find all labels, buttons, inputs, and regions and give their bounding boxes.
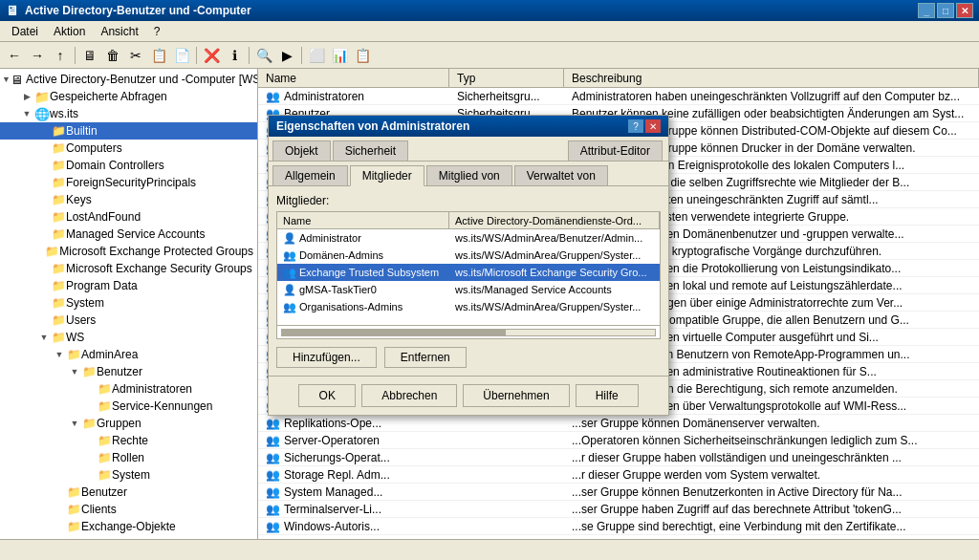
col-name-header[interactable]: Name [258,69,449,87]
tree-root[interactable]: ▼ 🖥 Active Directory-Benutzer und -Compu… [0,71,257,88]
tree-item-ws[interactable]: ▼ 📁 WS [0,329,257,346]
gruppen-ws-icon: 📁 [67,537,81,539]
maximize-btn[interactable]: □ [937,3,954,18]
mesg-icon: 📁 [52,262,66,275]
list-item[interactable]: 👥Administratoren Sicherheitsgru... Admin… [258,88,979,105]
menu-ansicht[interactable]: Ansicht [93,23,145,40]
list-btn[interactable]: 📋 [352,45,373,66]
dialog-controls: ? ✕ [628,119,661,133]
list-item[interactable]: 👥Windows-Autoris... ...se Gruppe sind be… [258,518,979,535]
tree-item-system[interactable]: 📁 System [0,294,257,312]
delete-btn[interactable]: 🗑 [102,45,123,66]
menu-aktion[interactable]: Aktion [46,23,93,40]
close-btn[interactable]: ✕ [956,3,973,18]
tab-allgemein[interactable]: Allgemein [272,165,348,185]
hilfe-btn[interactable]: Hilfe [576,384,639,407]
abbrechen-btn[interactable]: Abbrechen [361,384,457,407]
ubernehmen-btn[interactable]: Übernehmen [463,384,569,407]
member-row[interactable]: 👥Domänen-Admins ws.its/WS/AdminArea/Grup… [277,247,660,264]
cancel-btn[interactable]: ❌ [201,45,222,66]
tree-item-exchange-objekte[interactable]: 📁 Exchange-Objekte [0,518,257,535]
gruppen-admin-label: Gruppen [97,417,141,430]
list-item[interactable]: 👥System Managed... ...ser Gruppe können … [258,484,979,501]
dialog-help-btn[interactable]: ? [628,119,643,133]
list-item[interactable]: 👥Server-Operatoren ...Operatoren können … [258,432,979,449]
tree-item-saved-queries[interactable]: ▶ 📁 Gespeicherte Abfragen [0,88,257,105]
tree-item-adminarea[interactable]: ▼ 📁 AdminArea [0,346,257,363]
list-item[interactable]: 👥Replikations-Ope... ...ser Gruppe könne… [258,415,979,432]
tree-item-mepg[interactable]: 📁 Microsoft Exchange Protected Groups [0,243,257,260]
remove-member-btn[interactable]: Entfernen [384,347,467,368]
col-type-header[interactable]: Typ [449,69,564,87]
list-item[interactable]: 👥Sicherungs-Operat... ...r dieser Gruppe… [258,449,979,466]
member-row[interactable]: 👥Organisations-Admins ws.its/WS/AdminAre… [277,298,660,315]
member-row-selected[interactable]: 👥Exchange Trusted Subsystem ws.its/Micro… [277,264,660,281]
menu-datei[interactable]: Datei [4,23,46,40]
group-icon: 👥 [266,503,280,516]
paste-btn[interactable]: 📄 [171,45,192,66]
tree-item-builtin[interactable]: 📁 Builtin [0,122,257,140]
col-desc-header[interactable]: Beschreibung [564,69,979,87]
run-btn[interactable]: ▶ [276,45,297,66]
cut-btn[interactable]: ✂ [125,45,146,66]
up-btn[interactable]: ↑ [50,45,71,66]
tree-item-computers[interactable]: 📁 Computers [0,140,257,157]
tree-item-pd[interactable]: 📁 Program Data [0,277,257,294]
list-item[interactable]: 👥Zertifikatdienst-D... ...Gruppe sind be… [258,535,979,539]
tab-verwaltet-von[interactable]: Verwaltet von [514,165,608,185]
member-row[interactable]: 👤gMSA-TaskTier0 ws.its/Managed Service A… [277,281,660,298]
saved-queries-label: Gespeicherte Abfragen [50,90,167,103]
tree-item-benutzer-admin[interactable]: ▼ 📁 Benutzer [0,363,257,380]
tree-item-administratoren[interactable]: 📁 Administratoren [0,380,257,398]
tree-item-gruppen-ws[interactable]: 📁 Gruppen [0,535,257,539]
member-row[interactable]: 👤Administrator ws.its/WS/AdminArea/Benut… [277,229,660,247]
chart-btn[interactable]: 📊 [329,45,350,66]
forward-btn[interactable]: → [27,45,48,66]
tree-item-service-kennungen[interactable]: 📁 Service-Kennungen [0,398,257,415]
add-member-btn[interactable]: Hinzufügen... [276,347,377,368]
group-icon: 👥 [283,249,296,262]
tree-item-dc[interactable]: 📁 Domain Controllers [0,157,257,174]
tree-item-laf[interactable]: 📁 LostAndFound [0,208,257,226]
dialog-close-btn[interactable]: ✕ [645,119,661,133]
rollen-label: Rollen [112,451,144,464]
view-btn[interactable]: ⬜ [306,45,327,66]
system-admin-expand [82,467,98,483]
members-col-name: Name [277,212,449,228]
computer-btn[interactable]: 🖥 [79,45,100,66]
tree-item-rollen[interactable]: 📁 Rollen [0,449,257,466]
tree-item-wsits[interactable]: ▼ 🌐 ws.its [0,105,257,122]
search-btn[interactable]: 🔍 [253,45,274,66]
info-btn[interactable]: ℹ [224,45,245,66]
tab-mitglieder[interactable]: Mitglieder [350,165,424,186]
benutzer-admin-icon: 📁 [82,365,97,378]
list-item[interactable]: 👥Storage Repl. Adm... ...r dieser Gruppe… [258,466,979,484]
tree-item-mesg[interactable]: 📁 Microsoft Exchange Security Groups [0,260,257,277]
tree-item-clients[interactable]: 📁 Clients [0,501,257,518]
tree-item-benutzer-ws[interactable]: 📁 Benutzer [0,484,257,501]
ok-btn[interactable]: OK [298,384,356,407]
tree-item-fsp[interactable]: 📁 ForeignSecurityPrincipals [0,174,257,191]
properties-dialog: Eigenschaften von Administratoren ? ✕ Ob… [268,115,669,416]
copy-btn[interactable]: 📋 [148,45,169,66]
tree-item-gruppen-admin[interactable]: ▼ 📁 Gruppen [0,415,257,432]
builtin-expand [36,123,52,139]
tree-item-rechte[interactable]: 📁 Rechte [0,432,257,449]
adminarea-expand: ▼ [52,347,67,362]
tab-sicherheit[interactable]: Sicherheit [333,140,408,161]
tree-item-system-admin[interactable]: 📁 System [0,466,257,484]
list-item[interactable]: 👥Terminalserver-Li... ...ser Gruppe habe… [258,501,979,518]
tab-objekt[interactable]: Objekt [272,140,331,161]
tree-item-users[interactable]: 📁 Users [0,312,257,329]
tree-item-keys[interactable]: 📁 Keys [0,191,257,208]
members-table[interactable]: Name Active Directory-Domänendienste-Ord… [276,211,661,326]
rechte-icon: 📁 [98,434,112,447]
tab-attribut-editor[interactable]: Attribut-Editor [568,140,663,161]
pd-icon: 📁 [52,279,66,292]
tree-item-msa[interactable]: 📁 Managed Service Accounts [0,226,257,243]
dialog-title: Eigenschaften von Administratoren [276,119,469,133]
menu-help[interactable]: ? [146,23,168,40]
back-btn[interactable]: ← [4,45,25,66]
tab-mitglied-von[interactable]: Mitglied von [426,165,512,185]
minimize-btn[interactable]: _ [918,3,935,18]
